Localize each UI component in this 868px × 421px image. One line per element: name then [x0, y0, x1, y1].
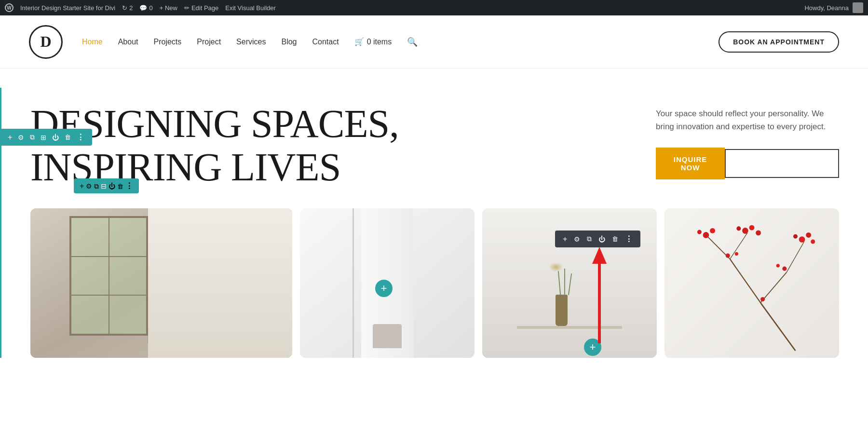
user-avatar[interactable]	[853, 2, 863, 13]
svg-point-18	[811, 240, 815, 244]
svg-point-13	[736, 227, 741, 231]
search-icon[interactable]: 🔍	[407, 37, 418, 47]
hero-right-column: Your space should reflect your personali…	[656, 93, 839, 179]
svg-point-17	[793, 234, 798, 239]
berry-branch-svg	[665, 208, 839, 358]
hero-row: DESIGNING SPACES,INSPIRING LIVES Your sp…	[1, 88, 868, 189]
section-delete-icon[interactable]	[63, 133, 73, 142]
hero-left-column: DESIGNING SPACES,INSPIRING LIVES	[30, 93, 637, 189]
nav-projects[interactable]: Projects	[154, 38, 182, 46]
site-header: D Home About Projects Project Services B…	[0, 15, 868, 68]
row-toggle-icon[interactable]	[108, 182, 115, 190]
book-appointment-button[interactable]: BOOK AN APPOINTMENT	[719, 31, 839, 53]
revisions-count[interactable]: ↻ 2	[122, 4, 133, 12]
section-toggle-icon[interactable]	[50, 133, 61, 142]
site-logo[interactable]: D	[29, 25, 63, 59]
section-layout-icon[interactable]	[39, 133, 48, 142]
nav-blog[interactable]: Blog	[281, 38, 297, 46]
section-toolbar[interactable]	[0, 129, 92, 146]
hero-section: ⊟ DESIGNING SPACES,INSPIRING LIVES Your …	[0, 88, 868, 358]
window-pane	[71, 217, 108, 257]
window-pane	[71, 257, 108, 296]
section-copy-icon[interactable]	[28, 132, 37, 142]
header-left: D Home About Projects Project Services B…	[29, 25, 418, 59]
svg-point-23	[760, 297, 765, 301]
row-copy-icon[interactable]	[94, 182, 99, 190]
svg-line-6	[730, 233, 747, 259]
site-nav: Home About Projects Project Services Blo…	[82, 37, 418, 47]
svg-line-3	[730, 259, 760, 303]
window-pane	[109, 295, 147, 334]
row-toolbar[interactable]: ⊟	[74, 178, 139, 193]
nav-about[interactable]: About	[118, 38, 138, 46]
empty-module-placeholder	[725, 149, 839, 178]
window-grid	[69, 216, 148, 336]
module-settings-icon[interactable]	[572, 234, 582, 244]
edit-page-button[interactable]: ✏ Edit Page	[184, 4, 218, 12]
images-row	[1, 189, 868, 358]
row-columns-icon[interactable]: ⊟	[101, 182, 107, 190]
row-add-icon[interactable]	[80, 182, 84, 190]
window-pane	[71, 295, 108, 334]
image-card-4	[665, 208, 839, 358]
svg-point-8	[703, 232, 709, 238]
module-copy-icon[interactable]	[585, 234, 594, 244]
section-add-icon[interactable]	[6, 132, 14, 143]
window-pane	[109, 257, 147, 296]
svg-point-9	[710, 228, 715, 233]
row-settings-icon[interactable]	[86, 182, 92, 190]
svg-point-19	[726, 254, 730, 258]
cta-row: INQUIRE NOW	[656, 148, 839, 179]
exit-builder-button[interactable]: Exit Visual Builder	[225, 4, 276, 12]
new-button[interactable]: + New	[160, 4, 177, 12]
svg-point-12	[749, 225, 755, 231]
site-name[interactable]: Interior Design Starter Site for Divi	[20, 4, 115, 12]
svg-point-16	[806, 232, 811, 238]
svg-line-7	[787, 242, 804, 272]
row-more-icon[interactable]	[125, 181, 133, 190]
add-row-circle-button[interactable]: +	[375, 280, 393, 297]
nav-home[interactable]: Home	[82, 38, 103, 46]
section-more-icon[interactable]	[75, 132, 86, 143]
hero-description: Your space should reflect your personali…	[656, 107, 839, 133]
module-toggle-icon[interactable]	[597, 234, 607, 244]
nav-contact[interactable]: Contact	[312, 38, 339, 46]
hero-title: DESIGNING SPACES,INSPIRING LIVES	[30, 102, 637, 189]
plus-icon-row: +	[381, 282, 387, 295]
nav-services[interactable]: Services	[236, 38, 266, 46]
svg-point-20	[735, 252, 738, 256]
svg-point-21	[782, 267, 787, 271]
nav-project[interactable]: Project	[197, 38, 221, 46]
inquire-button[interactable]: INQUIRE NOW	[656, 148, 725, 179]
svg-point-14	[756, 231, 761, 236]
admin-bar: W Interior Design Starter Site for Divi …	[0, 0, 868, 15]
image-card-1	[30, 208, 292, 358]
section-settings-icon[interactable]	[16, 133, 26, 142]
svg-point-11	[742, 228, 748, 234]
arrow-indicator	[587, 247, 611, 345]
howdy-text: Howdy, Deanna	[804, 4, 849, 12]
module-delete-icon[interactable]	[610, 234, 620, 244]
main-content: ⊟ DESIGNING SPACES,INSPIRING LIVES Your …	[0, 68, 868, 421]
svg-marker-1	[592, 247, 607, 264]
row-delete-icon[interactable]	[117, 182, 123, 190]
window-pane	[109, 217, 147, 257]
wordpress-logo-icon[interactable]: W	[5, 3, 14, 12]
module-more-icon[interactable]	[623, 233, 635, 244]
comments-count[interactable]: 💬 0	[139, 4, 152, 12]
svg-point-22	[776, 264, 780, 268]
admin-bar-right: Howdy, Deanna	[804, 2, 863, 13]
admin-bar-left: W Interior Design Starter Site for Divi …	[5, 3, 797, 12]
svg-point-10	[697, 230, 702, 234]
module-toolbar[interactable]	[555, 231, 640, 247]
svg-point-15	[799, 237, 805, 243]
svg-line-2	[760, 303, 795, 351]
module-add-icon[interactable]	[561, 234, 569, 244]
nav-cart[interactable]: 🛒 0 items	[354, 37, 392, 46]
